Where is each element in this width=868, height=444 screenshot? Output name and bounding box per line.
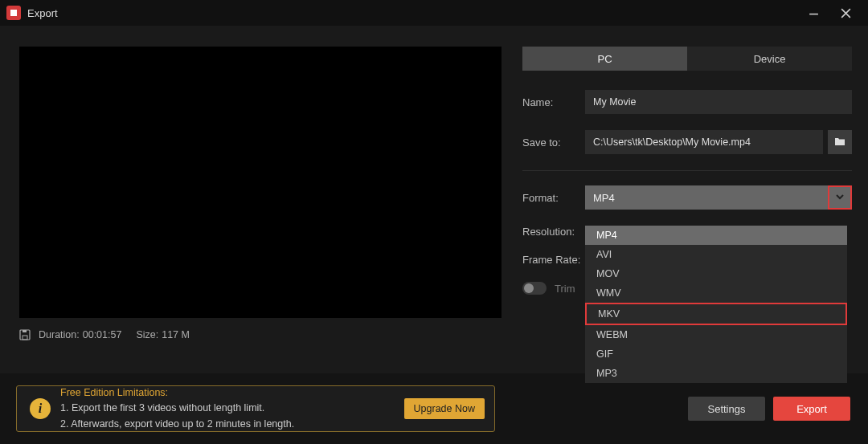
meta-row: Duration: 00:01:57 Size: 117 M	[19, 329, 502, 340]
trim-toggle[interactable]	[522, 282, 547, 295]
name-input[interactable]	[585, 90, 852, 114]
name-label: Name:	[522, 96, 585, 108]
export-button[interactable]: Export	[773, 397, 850, 421]
duration-value: 00:01:57	[83, 329, 122, 340]
format-dropdown: MP4AVIMOVWMVMKVWEBMGIFMP3	[585, 226, 847, 383]
notice-box: i Free Edition Limitations: 1. Export th…	[16, 385, 495, 432]
format-option-mp3[interactable]: MP3	[585, 364, 847, 383]
trim-label: Trim	[555, 283, 575, 295]
svg-rect-6	[23, 330, 27, 332]
format-option-wmv[interactable]: WMV	[585, 283, 847, 303]
notice-line1: 1. Export the first 3 videos without len…	[60, 402, 264, 413]
disk-icon	[19, 329, 31, 340]
svg-rect-0	[10, 10, 17, 16]
video-preview	[19, 47, 502, 318]
format-dropdown-toggle[interactable]	[828, 185, 852, 210]
app-icon	[6, 6, 21, 20]
resolution-label: Resolution:	[522, 226, 585, 238]
saveto-row: Save to:	[522, 130, 852, 154]
titlebar: Export	[0, 0, 868, 26]
window-title: Export	[27, 7, 58, 19]
size-label: Size:	[136, 329, 158, 340]
saveto-input[interactable]	[585, 130, 823, 154]
minimize-button[interactable]	[797, 2, 829, 24]
tab-device[interactable]: Device	[687, 47, 852, 71]
format-row: Format: MP4	[522, 185, 852, 210]
format-selected-value: MP4	[593, 192, 615, 204]
upgrade-button[interactable]: Upgrade Now	[404, 398, 485, 419]
info-icon: i	[30, 398, 51, 419]
settings-button[interactable]: Settings	[688, 397, 765, 421]
framerate-label: Frame Rate:	[522, 254, 585, 266]
saveto-label: Save to:	[522, 136, 585, 149]
size-value: 117 M	[162, 329, 190, 340]
folder-icon	[834, 136, 845, 149]
format-option-mov[interactable]: MOV	[585, 264, 847, 283]
format-option-gif[interactable]: GIF	[585, 344, 847, 364]
svg-rect-5	[23, 336, 27, 340]
notice-line2: 2. Afterwards, export video up to 2 minu…	[60, 418, 294, 430]
browse-button[interactable]	[828, 130, 852, 154]
format-option-mp4[interactable]: MP4	[585, 226, 847, 245]
format-option-mkv[interactable]: MKV	[585, 303, 847, 325]
divider	[522, 170, 852, 171]
tabs: PC Device	[522, 47, 852, 71]
format-option-webm[interactable]: WEBM	[585, 325, 847, 344]
format-label: Format:	[522, 192, 585, 204]
notice-title: Free Edition Limitations:	[60, 385, 404, 401]
duration-label: Duration:	[39, 329, 80, 340]
format-option-avi[interactable]: AVI	[585, 245, 847, 264]
name-row: Name:	[522, 90, 852, 114]
tab-pc[interactable]: PC	[522, 47, 687, 71]
close-button[interactable]	[829, 2, 862, 24]
chevron-down-icon	[835, 192, 845, 204]
format-select[interactable]: MP4	[585, 185, 852, 210]
